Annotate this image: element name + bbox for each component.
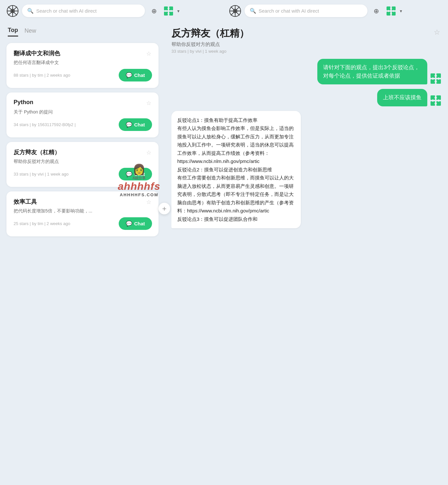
- svg-rect-36: [431, 95, 435, 100]
- chat-label-python: Chat: [134, 122, 145, 127]
- svg-rect-38: [431, 101, 435, 106]
- card-python-footer: 34 stars | by 1563117592-B0fp2 | 💬 Chat: [14, 118, 152, 131]
- message-text-2: 上班不应该摸鱼: [383, 94, 421, 101]
- svg-rect-21: [392, 6, 396, 10]
- card-debate-desc: 帮助你反驳对方的观点: [14, 159, 117, 165]
- chat-label-translate: Chat: [134, 72, 145, 78]
- svg-point-27: [393, 10, 395, 12]
- chevron-down-left[interactable]: ▾: [177, 8, 180, 14]
- right-panel: 反方辩友（杠精） 帮助你反驳对方的观点 33 stars | by vivi |…: [165, 22, 448, 485]
- card-efficiency-header: 效率工具 ☆: [14, 198, 152, 206]
- chat-button-python[interactable]: 💬 Chat: [119, 118, 152, 131]
- user-avatar-1: [430, 73, 442, 84]
- search-bar-right[interactable]: 🔍 Search or chat with AI direct: [245, 5, 367, 17]
- cards-list: 翻译成中文和润色 ☆ 把任何语言翻译成中文 88 stars | by tim …: [6, 43, 158, 236]
- card-python-header: Python ☆: [14, 99, 152, 107]
- card-efficiency-title: 效率工具: [14, 198, 37, 206]
- message-row-1: 请针对下面的观点，提出3个反驳论点，对每个论点，提供佐证或者依据: [171, 59, 442, 84]
- plus-icon-left: ⊕: [151, 7, 157, 15]
- chat-bubble-icon-translate: 💬: [126, 72, 132, 78]
- svg-point-25: [388, 10, 389, 12]
- detail-header: 反方辩友（杠精） 帮助你反驳对方的观点 33 stars | by vivi |…: [171, 27, 442, 54]
- tabs-container: Top New: [6, 27, 158, 37]
- card-python-title: Python: [14, 99, 33, 106]
- message-bubble-3: 反驳论点1：摸鱼有助于提高工作效率 有些人认为摸鱼会影响工作效率，但是实际上，适…: [171, 111, 301, 229]
- message-bubble-2: 上班不应该摸鱼: [377, 89, 427, 106]
- logo-right-icon: [229, 5, 241, 17]
- chat-button-debate[interactable]: 💬 Chat: [119, 168, 152, 180]
- svg-point-26: [390, 13, 392, 15]
- detail-star-button[interactable]: ☆: [432, 27, 442, 38]
- chat-button-translate[interactable]: 💬 Chat: [119, 69, 152, 81]
- svg-point-34: [435, 81, 437, 83]
- chat-bubble-icon-debate: 💬: [126, 171, 132, 177]
- svg-point-43: [438, 99, 440, 102]
- chevron-down-right[interactable]: ▾: [400, 8, 402, 14]
- svg-rect-29: [436, 73, 441, 78]
- left-panel: Top New 翻译成中文和润色 ☆ 把任何语言翻译成中文 88 stars |…: [0, 22, 165, 485]
- nav-left: 🔍 Search or chat with AI direct ⊕ ▾: [6, 5, 219, 17]
- svg-point-13: [170, 10, 172, 12]
- svg-rect-39: [436, 101, 441, 106]
- message-text-3: 反驳论点1：摸鱼有助于提高工作效率 有些人认为摸鱼会影响工作效率，但是实际上，适…: [177, 117, 294, 222]
- svg-rect-20: [387, 6, 390, 10]
- chat-button-efficiency[interactable]: 💬 Chat: [119, 217, 152, 230]
- star-button-debate[interactable]: ☆: [146, 148, 152, 157]
- chat-bubble-icon-efficiency: 💬: [126, 221, 132, 227]
- svg-rect-31: [436, 79, 441, 84]
- svg-point-11: [165, 10, 167, 12]
- tab-top[interactable]: Top: [8, 27, 18, 37]
- svg-point-40: [435, 96, 437, 99]
- logo-left-icon: [6, 5, 19, 17]
- svg-rect-22: [387, 12, 390, 16]
- search-placeholder-right: Search or chat with AI direct: [259, 8, 319, 14]
- message-bubble-1: 请针对下面的观点，提出3个反驳论点，对每个论点，提供佐证或者依据: [317, 59, 427, 84]
- message-row-2: 上班不应该摸鱼: [171, 89, 442, 106]
- chat-label-debate: Chat: [134, 171, 145, 177]
- detail-title: 反方辩友（杠精）: [171, 27, 432, 40]
- svg-point-32: [435, 75, 437, 77]
- card-debate-title: 反方辩友（杠精）: [14, 148, 60, 156]
- svg-point-42: [435, 102, 437, 104]
- puzzle-icon-left[interactable]: [163, 5, 174, 16]
- card-python: Python ☆ 关于 Python 的提问 34 stars | by 156…: [6, 92, 158, 137]
- tab-new[interactable]: New: [25, 27, 36, 37]
- nav-right: 🔍 Search or chat with AI direct ⊕ ▾: [229, 5, 442, 17]
- detail-title-block: 反方辩友（杠精） 帮助你反驳对方的观点 33 stars | by vivi |…: [171, 27, 432, 54]
- svg-rect-37: [436, 95, 441, 100]
- chat-label-efficiency: Chat: [134, 221, 145, 226]
- card-efficiency-desc: 把代码长度增加5倍，不要影响功能，...: [14, 208, 117, 214]
- card-efficiency: 效率工具 ☆ 把代码长度增加5倍，不要影响功能，... 25 stars | b…: [6, 191, 158, 236]
- top-nav: 🔍 Search or chat with AI direct ⊕ ▾: [0, 0, 448, 22]
- add-center-button[interactable]: ＋: [158, 203, 170, 214]
- star-button-efficiency[interactable]: ☆: [146, 198, 152, 206]
- card-efficiency-footer: 25 stars | by tim | 2 weeks ago 💬 Chat: [14, 217, 152, 230]
- svg-point-24: [390, 7, 392, 9]
- svg-point-41: [432, 99, 434, 102]
- card-python-meta: 34 stars | by 1563117592-B0fp2 |: [14, 122, 76, 127]
- card-translate-meta: 88 stars | by tim | 2 weeks ago: [14, 73, 70, 78]
- chat-area: 请针对下面的观点，提出3个反驳论点，对每个论点，提供佐证或者依据 上班: [171, 59, 442, 480]
- svg-rect-23: [392, 12, 396, 16]
- search-icon-right: 🔍: [250, 8, 256, 14]
- detail-subtitle: 帮助你反驳对方的观点: [171, 41, 432, 48]
- detail-meta: 33 stars | by vivi | 1 week ago: [171, 49, 432, 54]
- card-efficiency-meta: 25 stars | by tim | 2 weeks ago: [14, 221, 70, 226]
- star-button-python[interactable]: ☆: [146, 99, 152, 107]
- svg-rect-30: [431, 79, 435, 84]
- svg-rect-8: [164, 12, 168, 16]
- add-button-left[interactable]: ⊕: [148, 5, 160, 17]
- card-translate-title: 翻译成中文和润色: [14, 49, 60, 57]
- card-debate-footer: 33 stars | by vivi | 1 week ago 💬 Chat: [14, 168, 152, 180]
- svg-rect-6: [164, 6, 168, 10]
- add-button-right[interactable]: ⊕: [371, 5, 382, 17]
- card-translate-header: 翻译成中文和润色 ☆: [14, 49, 152, 58]
- puzzle-icon-right[interactable]: [386, 5, 397, 16]
- svg-rect-9: [169, 12, 173, 16]
- star-button-translate[interactable]: ☆: [146, 49, 152, 58]
- search-bar-left[interactable]: 🔍 Search or chat with AI direct: [22, 5, 145, 17]
- svg-point-12: [168, 13, 169, 15]
- svg-rect-28: [431, 73, 435, 78]
- search-placeholder-left: Search or chat with AI direct: [36, 8, 97, 14]
- svg-rect-7: [169, 6, 173, 10]
